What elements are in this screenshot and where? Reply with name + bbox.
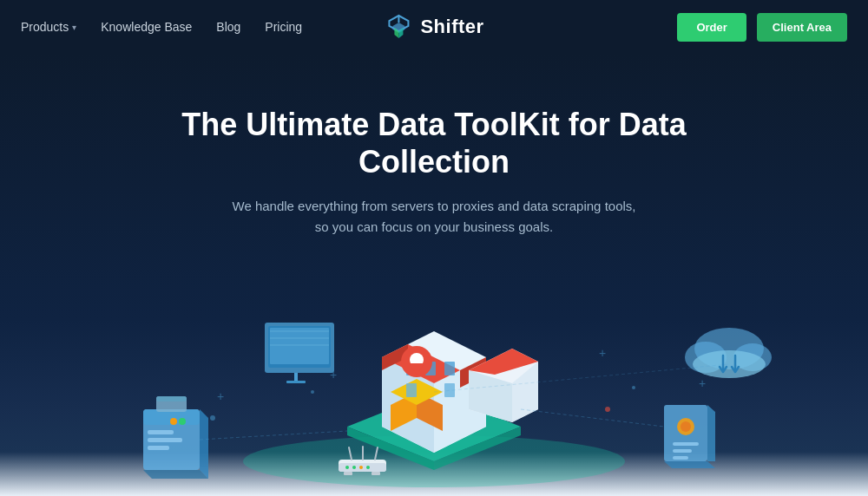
svg-rect-62 <box>673 456 688 460</box>
svg-point-70 <box>359 466 363 469</box>
svg-text:+: + <box>330 368 337 382</box>
nav-left: Products ▾ Knowledge Base Blog Pricing <box>21 20 302 34</box>
svg-point-71 <box>366 466 370 469</box>
hero-section: The Ultimate Data ToolKit for Data Colle… <box>0 54 868 496</box>
svg-rect-72 <box>344 472 352 475</box>
svg-rect-42 <box>148 430 174 434</box>
svg-marker-41 <box>143 470 208 479</box>
navbar: Products ▾ Knowledge Base Blog Pricing S… <box>0 0 868 54</box>
svg-text:+: + <box>599 346 606 360</box>
svg-line-75 <box>521 409 664 427</box>
client-area-button[interactable]: Client Area <box>757 13 847 42</box>
hero-subtitle: We handle everything from servers to pro… <box>226 196 642 238</box>
logo[interactable]: Shifter <box>384 12 483 42</box>
svg-marker-56 <box>707 405 715 461</box>
svg-point-84 <box>632 386 635 389</box>
logo-icon <box>384 12 413 42</box>
hero-subtitle-line2: so you can focus on your business goals. <box>315 219 553 234</box>
nav-products-label: Products <box>21 20 69 34</box>
hero-text: The Ultimate Data ToolKit for Data Colle… <box>130 54 738 238</box>
svg-text:+: + <box>217 389 224 403</box>
svg-point-59 <box>681 421 691 432</box>
svg-point-83 <box>311 390 314 394</box>
svg-rect-32 <box>270 328 329 364</box>
svg-point-69 <box>352 466 356 469</box>
svg-point-82 <box>210 415 215 421</box>
nav-pricing[interactable]: Pricing <box>265 20 302 34</box>
svg-rect-60 <box>673 442 699 446</box>
hero-title: The Ultimate Data ToolKit for Data Colle… <box>130 106 738 180</box>
nav-knowledge-base[interactable]: Knowledge Base <box>101 20 192 34</box>
logo-text: Shifter <box>420 16 483 38</box>
nav-knowledge-base-label: Knowledge Base <box>101 20 192 34</box>
svg-rect-43 <box>148 438 182 442</box>
svg-rect-44 <box>148 446 169 450</box>
svg-rect-25 <box>406 383 417 397</box>
nav-blog-label: Blog <box>216 20 240 34</box>
nav-blog[interactable]: Blog <box>216 20 240 34</box>
svg-line-74 <box>200 431 347 440</box>
svg-text:+: + <box>699 376 706 390</box>
hero-illustration: + + + + <box>43 236 825 496</box>
nav-products[interactable]: Products ▾ <box>21 20 76 34</box>
svg-rect-48 <box>156 396 187 401</box>
svg-marker-57 <box>664 461 715 468</box>
svg-rect-36 <box>294 373 298 382</box>
svg-point-68 <box>345 466 349 469</box>
nav-pricing-label: Pricing <box>265 20 302 34</box>
svg-rect-73 <box>372 472 380 475</box>
svg-point-81 <box>605 407 610 412</box>
svg-rect-61 <box>673 449 692 453</box>
svg-rect-37 <box>286 381 306 383</box>
chevron-down-icon: ▾ <box>72 23 76 32</box>
svg-point-46 <box>170 418 177 425</box>
nav-right: Order Client Area <box>677 13 847 42</box>
svg-marker-40 <box>200 409 208 479</box>
svg-point-45 <box>179 418 186 425</box>
hero-subtitle-line1: We handle everything from servers to pro… <box>233 199 636 213</box>
svg-rect-24 <box>444 362 455 375</box>
order-button[interactable]: Order <box>677 13 746 42</box>
